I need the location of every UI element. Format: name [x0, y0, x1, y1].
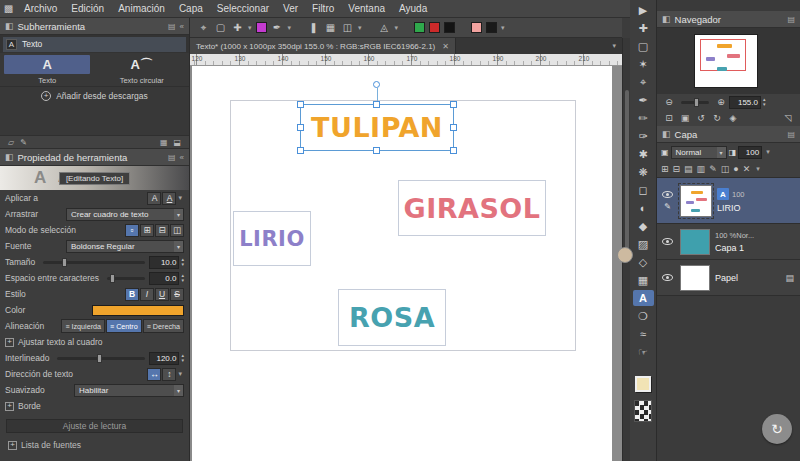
resize-handle[interactable]: [297, 147, 304, 154]
symmetry-icon[interactable]: ◬: [377, 20, 392, 35]
rotate-handle[interactable]: [373, 81, 380, 88]
selection-mode-multiply-icon[interactable]: ◫: [170, 224, 184, 237]
espacio-stepper[interactable]: ▴▾: [181, 273, 184, 283]
text-color-swatch[interactable]: [92, 305, 184, 316]
interlineado-value[interactable]: 120.0: [149, 352, 179, 365]
chevron-down-icon[interactable]: ▾: [178, 194, 182, 202]
menu-seleccionar[interactable]: Seleccionar: [210, 0, 276, 18]
reset-view-icon[interactable]: ◹: [781, 113, 795, 123]
suavizado-select[interactable]: Habilitar ▾: [74, 384, 184, 397]
panel-toggle-knob[interactable]: [617, 247, 633, 263]
add-from-downloads[interactable]: + Añadir desde descargas: [0, 87, 189, 105]
arrastrar-select[interactable]: Crear cuadro de texto ▾: [66, 208, 184, 221]
gradient-tool-icon[interactable]: ▨: [633, 236, 654, 252]
move-tool-icon[interactable]: ✚: [633, 20, 654, 36]
shape-tool-icon[interactable]: ◇: [633, 254, 654, 270]
layer-opacity-value[interactable]: 100: [738, 146, 762, 159]
eraser-tool-icon[interactable]: ◻: [633, 182, 654, 198]
color-swatch[interactable]: [444, 22, 455, 33]
subtool-texto[interactable]: A Texto: [0, 53, 95, 86]
grid-icon[interactable]: ▦: [323, 20, 338, 35]
edit-layer-icon[interactable]: ✎: [709, 164, 717, 174]
resize-handle[interactable]: [373, 147, 380, 154]
actual-size-icon[interactable]: ▣: [678, 113, 692, 123]
vertical-text-icon[interactable]: ↕: [162, 368, 176, 381]
frame-border-tool-icon[interactable]: ▦: [633, 272, 654, 288]
scrollbar-thumb[interactable]: [625, 90, 629, 250]
visibility-eye-icon[interactable]: [662, 274, 673, 281]
ruler-icon[interactable]: ❚: [306, 20, 321, 35]
pencil-tool-icon[interactable]: ✏: [633, 110, 654, 126]
font-list-row[interactable]: + Lista de fuentes: [0, 436, 189, 454]
espacio-value[interactable]: 0.0: [149, 272, 179, 285]
text-tool-icon[interactable]: A: [633, 290, 654, 306]
bold-button[interactable]: B: [125, 288, 139, 301]
menu-archivo[interactable]: Archivo: [17, 0, 64, 18]
chevron-down-icon[interactable]: ▾: [358, 24, 362, 32]
resize-handle[interactable]: [373, 101, 380, 108]
resize-handle[interactable]: [450, 147, 457, 154]
layer-thumbnail[interactable]: [680, 265, 710, 291]
magic-wand-icon[interactable]: ✶: [633, 56, 654, 72]
color-swatch[interactable]: [471, 22, 482, 33]
visibility-eye-icon[interactable]: [662, 191, 673, 198]
move-icon[interactable]: ✚: [230, 20, 245, 35]
interlineado-slider[interactable]: [57, 357, 145, 360]
expand-icon[interactable]: +: [5, 338, 14, 347]
color-swatch[interactable]: [486, 22, 497, 33]
menu-edicion[interactable]: Edición: [64, 0, 111, 18]
panel-menu-icon[interactable]: ▤: [168, 22, 176, 31]
zoom-in-icon[interactable]: ⊕: [714, 97, 728, 107]
chevron-down-icon[interactable]: ▾: [395, 24, 399, 32]
tamano-slider[interactable]: [43, 261, 145, 264]
fit-screen-icon[interactable]: ⊡: [662, 113, 676, 123]
blend-mode-select[interactable]: Normal ▾: [671, 146, 727, 159]
transparent-color-swatch[interactable]: [634, 400, 652, 422]
delete-layer-icon[interactable]: ✕: [743, 164, 751, 174]
close-tab-icon[interactable]: ✕: [442, 42, 449, 51]
rotate-right-icon[interactable]: ↻: [710, 113, 724, 123]
align-left-button[interactable]: ≡Izquierda: [61, 319, 105, 333]
tab-list-chevron-icon[interactable]: ▾: [612, 42, 620, 50]
menu-animacion[interactable]: Animación: [111, 0, 172, 18]
flip-horizontal-icon[interactable]: ◈: [726, 113, 740, 123]
resize-handle[interactable]: [297, 101, 304, 108]
operate-icon[interactable]: ▶: [633, 2, 654, 18]
menu-filtro[interactable]: Filtro: [305, 0, 341, 18]
blend-tool-icon[interactable]: ◐: [633, 200, 654, 216]
fill-tool-icon[interactable]: ◆: [633, 218, 654, 234]
layer-row-text[interactable]: ✎ A 100 LIRIO: [657, 178, 800, 224]
subtool-texto-circular[interactable]: A⌒ Texto circular: [95, 53, 190, 86]
menu-ayuda[interactable]: Ayuda: [392, 0, 434, 18]
chevron-down-icon[interactable]: ▾: [288, 24, 292, 32]
merge-down-icon[interactable]: ●: [733, 164, 738, 174]
text-object-tulipan[interactable]: TULIPAN: [300, 104, 454, 151]
selection-mode-remove-icon[interactable]: ⊟: [155, 224, 169, 237]
zoom-out-icon[interactable]: ⊖: [662, 97, 676, 107]
interlineado-stepper[interactable]: ▴▾: [181, 353, 184, 363]
layer-row-capa1[interactable]: 100 %Nor... Capa 1: [657, 224, 800, 260]
layer-thumbnail[interactable]: [680, 229, 710, 255]
color-swatch[interactable]: [429, 22, 440, 33]
airbrush-tool-icon[interactable]: ✱: [633, 146, 654, 162]
pen-tool-icon[interactable]: ✒: [633, 92, 654, 108]
eyedropper-icon[interactable]: ⌖: [633, 74, 654, 90]
align-right-button[interactable]: ≡Derecha: [143, 319, 184, 333]
chevron-down-icon[interactable]: ▾: [178, 370, 182, 378]
snap-icon[interactable]: ◫: [340, 20, 355, 35]
expand-icon[interactable]: +: [5, 402, 14, 411]
horizontal-text-icon[interactable]: ↔: [147, 368, 161, 381]
text-object-rosa[interactable]: ROSA: [338, 289, 446, 346]
minibar-icon[interactable]: ▱: [8, 138, 14, 147]
decoration-tool-icon[interactable]: ❋: [633, 164, 654, 180]
interface-switch-button[interactable]: ↻: [762, 414, 792, 444]
menu-ventana[interactable]: Ventana: [341, 0, 392, 18]
panel-menu-icon[interactable]: ▤: [787, 15, 795, 24]
resize-handle[interactable]: [297, 124, 304, 131]
minibar-icon[interactable]: ▦: [160, 138, 168, 147]
panel-menu-icon[interactable]: ▤: [168, 153, 176, 162]
selection-mode-new-icon[interactable]: ▫: [125, 224, 139, 237]
canvas-viewport[interactable]: TULIPAN GIRASOL LIRIO ROSA: [190, 66, 622, 461]
text-object-lirio[interactable]: LIRIO: [233, 211, 311, 266]
layer-thumbnail[interactable]: [680, 185, 712, 217]
